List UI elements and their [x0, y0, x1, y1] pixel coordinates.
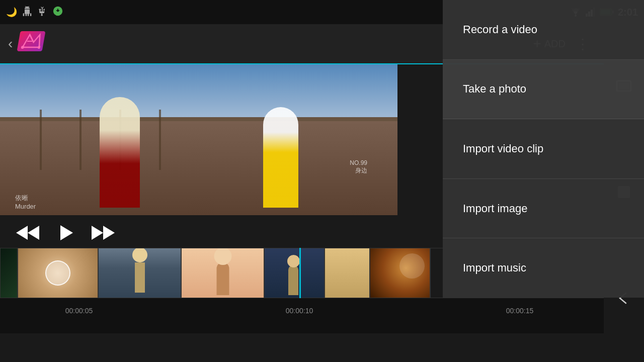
svg-marker-20	[103, 226, 115, 240]
clip-thumb-6[interactable]	[325, 248, 370, 298]
import-music-label: Import music	[463, 261, 526, 275]
fast-forward-button[interactable]	[91, 224, 116, 242]
ruler-mark-5: 00:00:05	[65, 307, 93, 315]
svg-marker-16	[28, 226, 39, 240]
clip-thumb-4[interactable]	[181, 248, 264, 298]
svg-marker-19	[92, 226, 103, 240]
clip-thumb-7[interactable]	[370, 248, 430, 298]
timeline-ruler: 00:00:05 00:00:10 00:00:15	[0, 298, 604, 323]
clip-thumb-5[interactable]	[264, 248, 325, 298]
import-image-label: Import image	[463, 202, 527, 215]
timeline-cursor	[299, 248, 301, 298]
take-photo-label: Take a photo	[463, 82, 526, 96]
menu-import-video[interactable]: Import video clip	[443, 119, 644, 179]
svg-point-12	[38, 46, 41, 49]
rewind-button[interactable]	[15, 224, 40, 242]
import-video-label: Import video clip	[463, 142, 543, 155]
playback-controls	[0, 218, 397, 248]
menu-take-photo[interactable]: Take a photo	[443, 60, 644, 120]
moon-icon: 🌙	[6, 7, 17, 18]
back-button[interactable]: ‹	[8, 36, 13, 52]
android-icon	[22, 6, 32, 19]
svg-marker-18	[60, 225, 73, 240]
status-icons-left: 🌙	[6, 6, 63, 19]
menu-record-video[interactable]: Record a video	[443, 0, 644, 60]
overlay-line2: 身边	[350, 166, 367, 175]
usb-icon	[37, 6, 47, 19]
ruler-mark-15: 00:00:15	[506, 307, 534, 315]
download-icon	[52, 6, 63, 19]
dropdown-menu: Record a video Take a photo Import video…	[443, 0, 644, 298]
app-logo	[19, 31, 44, 56]
svg-point-11	[21, 46, 25, 49]
video-scene: NO.99 身边 依晰Murder	[0, 64, 397, 215]
video-overlay: NO.99 身边	[350, 159, 367, 175]
menu-import-music[interactable]: Import music	[443, 238, 644, 298]
clip-thumb-1	[0, 248, 18, 298]
svg-marker-17	[16, 226, 28, 240]
record-video-label: Record a video	[463, 23, 537, 36]
clip-thumb-2[interactable]	[18, 248, 98, 298]
menu-import-image[interactable]: Import image	[443, 179, 644, 239]
clip-thumb-3[interactable]	[98, 248, 181, 298]
ruler-mark-10: 00:00:10	[286, 307, 313, 315]
logo-shape	[17, 31, 46, 51]
video-watermark: 依晰Murder	[15, 194, 36, 210]
video-preview: NO.99 身边 依晰Murder	[0, 64, 397, 215]
overlay-line1: NO.99	[350, 159, 367, 166]
play-button[interactable]	[55, 223, 75, 243]
